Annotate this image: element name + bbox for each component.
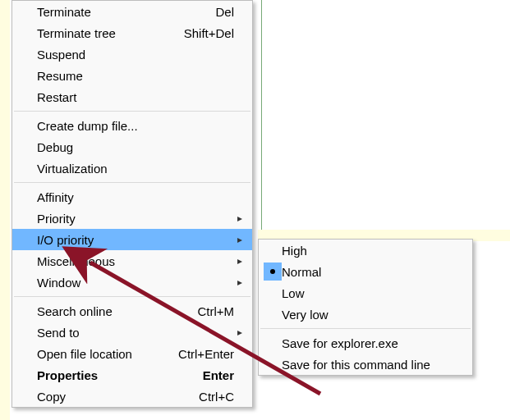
menu-item-label: Create dump file... (37, 119, 234, 133)
submenu-item-label: Low (282, 286, 466, 300)
menu-item-accelerator: Ctrl+C (199, 390, 234, 404)
chevron-right-icon: ▸ (234, 234, 246, 245)
menu-item-priority[interactable]: Priority▸ (12, 208, 252, 229)
menu-item-label: Restart (37, 90, 234, 104)
menu-item-label: Open file location (37, 347, 168, 361)
menu-item-virtualization[interactable]: Virtualization (12, 158, 252, 179)
chevron-right-icon: ▸ (234, 326, 246, 338)
menu-item-label: Debug (37, 140, 234, 154)
menu-item-label: Resume (37, 69, 234, 83)
menu-item-i-o-priority[interactable]: I/O priority▸ (12, 229, 252, 250)
menu-item-accelerator: Ctrl+Enter (178, 347, 234, 361)
submenu-item-label: Save for explorer.exe (282, 336, 466, 350)
chevron-right-icon: ▸ (234, 276, 246, 288)
menu-item-window[interactable]: Window▸ (12, 272, 252, 293)
menu-item-search-online[interactable]: Search onlineCtrl+M (12, 300, 252, 322)
menu-item-accelerator: Del (215, 5, 234, 19)
menu-separator (14, 182, 250, 183)
menu-item-label: Copy (37, 390, 189, 404)
menu-item-label: Miscellaneous (37, 254, 234, 268)
submenu-item-label: Normal (282, 265, 466, 279)
menu-item-suspend[interactable]: Suspend (12, 43, 252, 65)
menu-item-label: Virtualization (37, 162, 234, 176)
menu-item-terminate-tree[interactable]: Terminate treeShift+Del (12, 22, 252, 43)
screenshot-stage: { "main_menu": { "groups": [ [ {"label":… (0, 0, 510, 420)
menu-item-restart[interactable]: Restart (12, 86, 252, 107)
menu-item-miscellaneous[interactable]: Miscellaneous▸ (12, 250, 252, 272)
context-menu-io-priority: HighNormalLowVery lowSave for explorer.e… (258, 239, 473, 376)
submenu-item-save-for-this-command-line[interactable]: Save for this command line (259, 354, 472, 375)
menu-item-label: Search online (37, 304, 187, 318)
menu-item-open-file-location[interactable]: Open file locationCtrl+Enter (12, 343, 252, 364)
submenu-item-normal[interactable]: Normal (259, 261, 472, 282)
menu-item-label: Affinity (37, 190, 234, 204)
menu-item-label: Terminate (37, 5, 205, 19)
menu-item-label: Window (37, 276, 234, 290)
menu-separator (260, 328, 471, 329)
menu-item-label: I/O priority (37, 233, 234, 247)
submenu-item-low[interactable]: Low (259, 282, 472, 304)
bg-strip-left (0, 0, 10, 420)
menu-item-label: Send to (37, 326, 234, 340)
menu-item-accelerator: Ctrl+M (197, 304, 234, 318)
menu-item-send-to[interactable]: Send to▸ (12, 322, 252, 343)
menu-item-label: Suspend (37, 48, 234, 62)
background-pane (261, 0, 510, 233)
menu-item-accelerator: Enter (203, 368, 234, 382)
submenu-item-very-low[interactable]: Very low (259, 304, 472, 325)
menu-item-affinity[interactable]: Affinity (12, 186, 252, 208)
menu-separator (14, 111, 250, 112)
context-menu-main: TerminateDelTerminate treeShift+DelSuspe… (11, 0, 253, 408)
chevron-right-icon: ▸ (234, 255, 246, 267)
menu-item-accelerator: Shift+Del (184, 26, 234, 40)
submenu-item-label: Very low (282, 308, 466, 322)
submenu-item-label: High (282, 244, 466, 258)
menu-item-terminate[interactable]: TerminateDel (12, 1, 252, 22)
submenu-item-high[interactable]: High (259, 240, 472, 261)
menu-separator (14, 296, 250, 297)
menu-item-label: Properties (37, 368, 193, 382)
submenu-item-label: Save for this command line (282, 358, 466, 372)
submenu-item-save-for-explorer-exe[interactable]: Save for explorer.exe (259, 332, 472, 354)
radio-indicator (264, 262, 282, 281)
menu-item-properties[interactable]: PropertiesEnter (12, 364, 252, 386)
chevron-right-icon: ▸ (234, 212, 246, 224)
menu-item-create-dump-file[interactable]: Create dump file... (12, 115, 252, 136)
menu-item-label: Priority (37, 212, 234, 226)
menu-item-label: Terminate tree (37, 26, 174, 40)
menu-item-resume[interactable]: Resume (12, 65, 252, 86)
menu-item-debug[interactable]: Debug (12, 136, 252, 158)
menu-item-copy[interactable]: CopyCtrl+C (12, 386, 252, 407)
